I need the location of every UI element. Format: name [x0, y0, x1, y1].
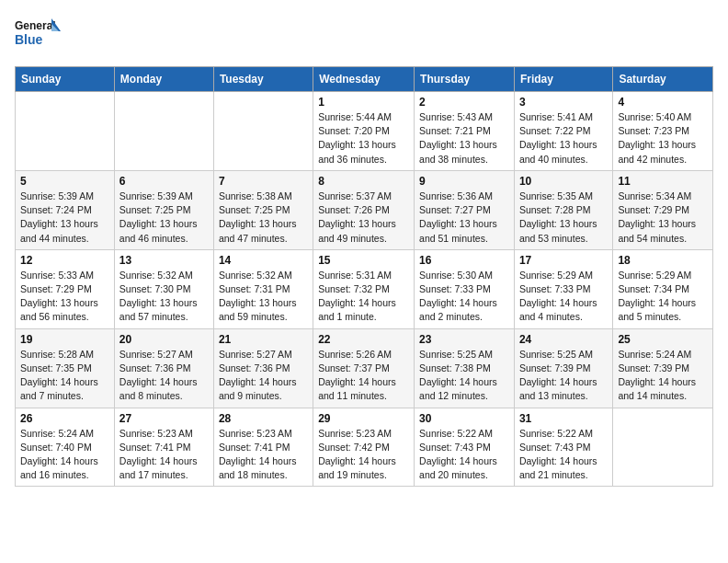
calendar-header-row: SundayMondayTuesdayWednesdayThursdayFrid… [16, 67, 713, 92]
calendar-body: 1Sunrise: 5:44 AMSunset: 7:20 PMDaylight… [16, 92, 713, 487]
logo: General Blue [15, 15, 61, 55]
day-number: 8 [318, 175, 409, 188]
day-info: Sunrise: 5:43 AMSunset: 7:21 PMDaylight:… [419, 110, 509, 167]
day-info: Sunrise: 5:39 AMSunset: 7:25 PMDaylight:… [119, 190, 209, 246]
calendar-cell [16, 92, 115, 171]
day-info: Sunrise: 5:22 AMSunset: 7:43 PMDaylight:… [519, 427, 608, 483]
calendar-week-2: 5Sunrise: 5:39 AMSunset: 7:24 PMDaylight… [16, 170, 713, 249]
day-info: Sunrise: 5:36 AMSunset: 7:27 PMDaylight:… [419, 190, 509, 246]
day-info: Sunrise: 5:35 AMSunset: 7:28 PMDaylight:… [519, 190, 608, 246]
day-info: Sunrise: 5:22 AMSunset: 7:43 PMDaylight:… [419, 427, 509, 483]
day-number: 28 [219, 412, 308, 425]
day-header-sunday: Sunday [16, 67, 115, 92]
calendar-cell: 24Sunrise: 5:25 AMSunset: 7:39 PMDayligh… [514, 328, 612, 408]
day-info: Sunrise: 5:23 AMSunset: 7:42 PMDaylight:… [318, 427, 409, 483]
day-number: 10 [519, 175, 608, 188]
calendar-cell: 26Sunrise: 5:24 AMSunset: 7:40 PMDayligh… [16, 408, 115, 487]
calendar-cell: 17Sunrise: 5:29 AMSunset: 7:33 PMDayligh… [514, 249, 612, 328]
day-number: 24 [519, 333, 608, 346]
day-info: Sunrise: 5:41 AMSunset: 7:22 PMDaylight:… [519, 110, 608, 167]
calendar-cell: 31Sunrise: 5:22 AMSunset: 7:43 PMDayligh… [514, 408, 612, 487]
day-info: Sunrise: 5:28 AMSunset: 7:35 PMDaylight:… [20, 348, 109, 404]
day-header-monday: Monday [114, 67, 213, 92]
day-number: 5 [20, 175, 109, 188]
day-info: Sunrise: 5:32 AMSunset: 7:31 PMDaylight:… [219, 269, 308, 325]
day-number: 2 [419, 96, 509, 109]
calendar-cell: 28Sunrise: 5:23 AMSunset: 7:41 PMDayligh… [213, 408, 313, 487]
calendar-cell: 1Sunrise: 5:44 AMSunset: 7:20 PMDaylight… [313, 92, 415, 171]
calendar-cell [213, 92, 313, 171]
day-number: 18 [618, 254, 708, 267]
calendar-cell: 2Sunrise: 5:43 AMSunset: 7:21 PMDaylight… [415, 92, 515, 171]
calendar-cell: 29Sunrise: 5:23 AMSunset: 7:42 PMDayligh… [313, 408, 415, 487]
day-number: 17 [519, 254, 608, 267]
day-info: Sunrise: 5:23 AMSunset: 7:41 PMDaylight:… [119, 427, 209, 483]
calendar-week-5: 26Sunrise: 5:24 AMSunset: 7:40 PMDayligh… [16, 408, 713, 487]
day-header-thursday: Thursday [415, 67, 515, 92]
calendar-cell: 20Sunrise: 5:27 AMSunset: 7:36 PMDayligh… [114, 328, 213, 408]
calendar-cell: 10Sunrise: 5:35 AMSunset: 7:28 PMDayligh… [514, 170, 612, 249]
svg-text:General: General [15, 19, 56, 32]
day-header-saturday: Saturday [613, 67, 713, 92]
day-number: 6 [119, 175, 209, 188]
day-info: Sunrise: 5:37 AMSunset: 7:26 PMDaylight:… [318, 190, 409, 246]
day-info: Sunrise: 5:25 AMSunset: 7:39 PMDaylight:… [519, 348, 608, 404]
day-number: 1 [318, 96, 409, 109]
calendar-cell [613, 408, 713, 487]
calendar-cell: 3Sunrise: 5:41 AMSunset: 7:22 PMDaylight… [514, 92, 612, 171]
day-number: 3 [519, 96, 608, 109]
day-info: Sunrise: 5:40 AMSunset: 7:23 PMDaylight:… [618, 110, 708, 167]
calendar-table: SundayMondayTuesdayWednesdayThursdayFrid… [15, 66, 713, 487]
day-number: 20 [119, 333, 209, 346]
day-number: 7 [219, 175, 308, 188]
day-info: Sunrise: 5:39 AMSunset: 7:24 PMDaylight:… [20, 190, 109, 246]
day-number: 30 [419, 412, 509, 425]
calendar-cell: 19Sunrise: 5:28 AMSunset: 7:35 PMDayligh… [16, 328, 115, 408]
calendar-cell: 5Sunrise: 5:39 AMSunset: 7:24 PMDaylight… [16, 170, 115, 249]
day-number: 15 [318, 254, 409, 267]
day-info: Sunrise: 5:24 AMSunset: 7:39 PMDaylight:… [618, 348, 708, 404]
calendar-week-1: 1Sunrise: 5:44 AMSunset: 7:20 PMDaylight… [16, 92, 713, 171]
calendar-cell: 21Sunrise: 5:27 AMSunset: 7:36 PMDayligh… [213, 328, 313, 408]
logo-svg: General Blue [15, 15, 61, 55]
day-header-tuesday: Tuesday [213, 67, 313, 92]
day-number: 25 [618, 333, 708, 346]
calendar-cell: 23Sunrise: 5:25 AMSunset: 7:38 PMDayligh… [415, 328, 515, 408]
day-info: Sunrise: 5:29 AMSunset: 7:34 PMDaylight:… [618, 269, 708, 325]
day-number: 4 [618, 96, 708, 109]
calendar-cell: 11Sunrise: 5:34 AMSunset: 7:29 PMDayligh… [613, 170, 713, 249]
calendar-week-3: 12Sunrise: 5:33 AMSunset: 7:29 PMDayligh… [16, 249, 713, 328]
calendar-cell: 14Sunrise: 5:32 AMSunset: 7:31 PMDayligh… [213, 249, 313, 328]
calendar-cell: 30Sunrise: 5:22 AMSunset: 7:43 PMDayligh… [415, 408, 515, 487]
calendar-cell: 16Sunrise: 5:30 AMSunset: 7:33 PMDayligh… [415, 249, 515, 328]
calendar-cell: 7Sunrise: 5:38 AMSunset: 7:25 PMDaylight… [213, 170, 313, 249]
day-number: 23 [419, 333, 509, 346]
day-info: Sunrise: 5:44 AMSunset: 7:20 PMDaylight:… [318, 110, 409, 167]
day-number: 29 [318, 412, 409, 425]
day-number: 11 [618, 175, 708, 188]
day-info: Sunrise: 5:34 AMSunset: 7:29 PMDaylight:… [618, 190, 708, 246]
day-info: Sunrise: 5:26 AMSunset: 7:37 PMDaylight:… [318, 348, 409, 404]
day-info: Sunrise: 5:29 AMSunset: 7:33 PMDaylight:… [519, 269, 608, 325]
day-header-wednesday: Wednesday [313, 67, 415, 92]
day-info: Sunrise: 5:24 AMSunset: 7:40 PMDaylight:… [20, 427, 109, 483]
day-info: Sunrise: 5:38 AMSunset: 7:25 PMDaylight:… [219, 190, 308, 246]
day-info: Sunrise: 5:31 AMSunset: 7:32 PMDaylight:… [318, 269, 409, 325]
day-number: 26 [20, 412, 109, 425]
calendar-cell: 22Sunrise: 5:26 AMSunset: 7:37 PMDayligh… [313, 328, 415, 408]
day-number: 19 [20, 333, 109, 346]
day-info: Sunrise: 5:27 AMSunset: 7:36 PMDaylight:… [219, 348, 308, 404]
calendar-week-4: 19Sunrise: 5:28 AMSunset: 7:35 PMDayligh… [16, 328, 713, 408]
day-number: 21 [219, 333, 308, 346]
calendar-cell: 13Sunrise: 5:32 AMSunset: 7:30 PMDayligh… [114, 249, 213, 328]
day-info: Sunrise: 5:33 AMSunset: 7:29 PMDaylight:… [20, 269, 109, 325]
day-number: 27 [119, 412, 209, 425]
calendar-cell: 4Sunrise: 5:40 AMSunset: 7:23 PMDaylight… [613, 92, 713, 171]
day-number: 31 [519, 412, 608, 425]
calendar-cell: 8Sunrise: 5:37 AMSunset: 7:26 PMDaylight… [313, 170, 415, 249]
day-number: 16 [419, 254, 509, 267]
svg-text:Blue: Blue [15, 32, 43, 47]
day-number: 12 [20, 254, 109, 267]
day-number: 22 [318, 333, 409, 346]
calendar-cell [114, 92, 213, 171]
